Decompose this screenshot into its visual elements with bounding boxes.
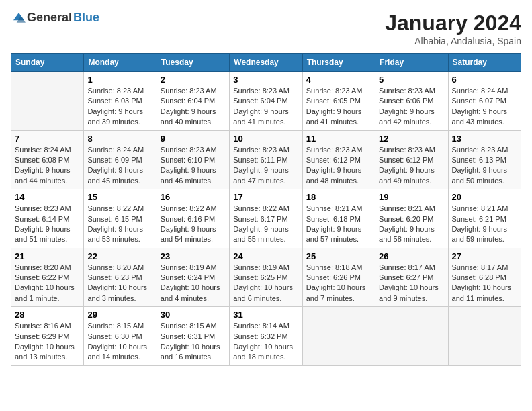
day-info: Sunrise: 8:20 AM Sunset: 6:23 PM Dayligh… <box>87 263 152 304</box>
day-number: 30 <box>161 310 226 320</box>
day-info: Sunrise: 8:19 AM Sunset: 6:25 PM Dayligh… <box>233 263 298 304</box>
calendar-cell: 14Sunrise: 8:23 AM Sunset: 6:14 PM Dayli… <box>11 189 84 248</box>
calendar-cell: 28Sunrise: 8:16 AM Sunset: 6:29 PM Dayli… <box>11 307 84 366</box>
day-number: 1 <box>87 75 152 85</box>
day-number: 21 <box>15 251 80 261</box>
day-number: 13 <box>452 134 517 144</box>
logo-icon <box>12 11 26 25</box>
day-info: Sunrise: 8:16 AM Sunset: 6:29 PM Dayligh… <box>15 321 80 363</box>
day-info: Sunrise: 8:23 AM Sunset: 6:12 PM Dayligh… <box>306 145 371 187</box>
day-number: 5 <box>379 75 444 85</box>
logo-blue: Blue <box>73 11 99 25</box>
day-info: Sunrise: 8:22 AM Sunset: 6:17 PM Dayligh… <box>233 203 298 245</box>
day-info: Sunrise: 8:19 AM Sunset: 6:24 PM Dayligh… <box>161 263 226 304</box>
day-header: Friday <box>375 54 448 72</box>
calendar-cell: 31Sunrise: 8:14 AM Sunset: 6:32 PM Dayli… <box>230 307 302 366</box>
day-info: Sunrise: 8:24 AM Sunset: 6:07 PM Dayligh… <box>452 86 517 128</box>
calendar-cell: 15Sunrise: 8:22 AM Sunset: 6:15 PM Dayli… <box>84 189 157 248</box>
calendar-cell <box>302 307 375 366</box>
calendar-cell: 16Sunrise: 8:22 AM Sunset: 6:16 PM Dayli… <box>157 189 229 248</box>
calendar-table: SundayMondayTuesdayWednesdayThursdayFrid… <box>11 53 521 366</box>
day-number: 25 <box>306 251 371 261</box>
day-number: 14 <box>15 192 80 202</box>
day-info: Sunrise: 8:23 AM Sunset: 6:12 PM Dayligh… <box>379 145 444 187</box>
calendar-cell: 6Sunrise: 8:24 AM Sunset: 6:07 PM Daylig… <box>448 72 521 131</box>
day-header: Sunday <box>11 54 84 72</box>
calendar-cell: 1Sunrise: 8:23 AM Sunset: 6:03 PM Daylig… <box>84 72 157 131</box>
day-number: 26 <box>379 251 444 261</box>
calendar-cell <box>375 307 448 366</box>
calendar-cell <box>448 307 521 366</box>
day-number: 18 <box>306 192 371 202</box>
day-info: Sunrise: 8:24 AM Sunset: 6:08 PM Dayligh… <box>15 145 80 187</box>
day-number: 22 <box>87 251 152 261</box>
day-info: Sunrise: 8:21 AM Sunset: 6:18 PM Dayligh… <box>306 203 371 245</box>
day-number: 27 <box>452 251 517 261</box>
day-number: 9 <box>161 134 226 144</box>
day-header: Saturday <box>448 54 521 72</box>
logo: General Blue <box>11 11 99 25</box>
day-info: Sunrise: 8:21 AM Sunset: 6:20 PM Dayligh… <box>379 203 444 245</box>
day-number: 23 <box>161 251 226 261</box>
day-info: Sunrise: 8:20 AM Sunset: 6:22 PM Dayligh… <box>15 263 80 304</box>
calendar-cell: 11Sunrise: 8:23 AM Sunset: 6:12 PM Dayli… <box>302 130 375 189</box>
day-number: 7 <box>15 134 80 144</box>
calendar-week-row: 7Sunrise: 8:24 AM Sunset: 6:08 PM Daylig… <box>11 130 521 189</box>
calendar-cell: 2Sunrise: 8:23 AM Sunset: 6:04 PM Daylig… <box>157 72 229 131</box>
calendar-cell: 4Sunrise: 8:23 AM Sunset: 6:05 PM Daylig… <box>302 72 375 131</box>
day-info: Sunrise: 8:17 AM Sunset: 6:27 PM Dayligh… <box>379 263 444 304</box>
day-info: Sunrise: 8:23 AM Sunset: 6:04 PM Dayligh… <box>233 86 298 128</box>
day-header: Monday <box>84 54 157 72</box>
day-number: 19 <box>379 192 444 202</box>
day-info: Sunrise: 8:22 AM Sunset: 6:15 PM Dayligh… <box>87 203 152 245</box>
page-header: General Blue January 2024 Alhabia, Andal… <box>11 11 521 46</box>
calendar-cell: 24Sunrise: 8:19 AM Sunset: 6:25 PM Dayli… <box>230 248 302 307</box>
calendar-cell: 3Sunrise: 8:23 AM Sunset: 6:04 PM Daylig… <box>230 72 302 131</box>
day-number: 3 <box>233 75 298 85</box>
calendar-cell: 12Sunrise: 8:23 AM Sunset: 6:12 PM Dayli… <box>375 130 448 189</box>
calendar-cell: 18Sunrise: 8:21 AM Sunset: 6:18 PM Dayli… <box>302 189 375 248</box>
day-info: Sunrise: 8:15 AM Sunset: 6:31 PM Dayligh… <box>161 321 226 363</box>
logo-general: General <box>27 11 72 25</box>
day-info: Sunrise: 8:23 AM Sunset: 6:03 PM Dayligh… <box>87 86 152 128</box>
day-number: 28 <box>15 310 80 320</box>
calendar-cell: 8Sunrise: 8:24 AM Sunset: 6:09 PM Daylig… <box>84 130 157 189</box>
calendar-cell <box>11 72 84 131</box>
calendar-header-row: SundayMondayTuesdayWednesdayThursdayFrid… <box>11 54 521 72</box>
day-header: Thursday <box>302 54 375 72</box>
day-header: Tuesday <box>157 54 229 72</box>
day-info: Sunrise: 8:24 AM Sunset: 6:09 PM Dayligh… <box>87 145 152 187</box>
title-block: January 2024 Alhabia, Andalusia, Spain <box>385 11 521 46</box>
calendar-cell: 22Sunrise: 8:20 AM Sunset: 6:23 PM Dayli… <box>84 248 157 307</box>
day-number: 12 <box>379 134 444 144</box>
calendar-cell: 13Sunrise: 8:23 AM Sunset: 6:13 PM Dayli… <box>448 130 521 189</box>
calendar-cell: 10Sunrise: 8:23 AM Sunset: 6:11 PM Dayli… <box>230 130 302 189</box>
calendar-cell: 9Sunrise: 8:23 AM Sunset: 6:10 PM Daylig… <box>157 130 229 189</box>
calendar-cell: 30Sunrise: 8:15 AM Sunset: 6:31 PM Dayli… <box>157 307 229 366</box>
calendar-cell: 20Sunrise: 8:21 AM Sunset: 6:21 PM Dayli… <box>448 189 521 248</box>
day-info: Sunrise: 8:14 AM Sunset: 6:32 PM Dayligh… <box>233 321 298 363</box>
calendar-week-row: 14Sunrise: 8:23 AM Sunset: 6:14 PM Dayli… <box>11 189 521 248</box>
day-number: 16 <box>161 192 226 202</box>
day-info: Sunrise: 8:23 AM Sunset: 6:13 PM Dayligh… <box>452 145 517 187</box>
calendar-cell: 23Sunrise: 8:19 AM Sunset: 6:24 PM Dayli… <box>157 248 229 307</box>
day-number: 20 <box>452 192 517 202</box>
day-info: Sunrise: 8:22 AM Sunset: 6:16 PM Dayligh… <box>161 203 226 245</box>
day-number: 8 <box>87 134 152 144</box>
day-number: 2 <box>161 75 226 85</box>
calendar-cell: 19Sunrise: 8:21 AM Sunset: 6:20 PM Dayli… <box>375 189 448 248</box>
calendar-cell: 5Sunrise: 8:23 AM Sunset: 6:06 PM Daylig… <box>375 72 448 131</box>
day-info: Sunrise: 8:21 AM Sunset: 6:21 PM Dayligh… <box>452 203 517 245</box>
calendar-cell: 27Sunrise: 8:17 AM Sunset: 6:28 PM Dayli… <box>448 248 521 307</box>
day-number: 24 <box>233 251 298 261</box>
calendar-week-row: 1Sunrise: 8:23 AM Sunset: 6:03 PM Daylig… <box>11 72 521 131</box>
page-title: January 2024 <box>385 11 521 36</box>
day-info: Sunrise: 8:23 AM Sunset: 6:04 PM Dayligh… <box>161 86 226 128</box>
day-header: Wednesday <box>230 54 302 72</box>
calendar-cell: 7Sunrise: 8:24 AM Sunset: 6:08 PM Daylig… <box>11 130 84 189</box>
day-info: Sunrise: 8:18 AM Sunset: 6:26 PM Dayligh… <box>306 263 371 304</box>
calendar-week-row: 28Sunrise: 8:16 AM Sunset: 6:29 PM Dayli… <box>11 307 521 366</box>
day-info: Sunrise: 8:23 AM Sunset: 6:11 PM Dayligh… <box>233 145 298 187</box>
page-subtitle: Alhabia, Andalusia, Spain <box>385 36 521 46</box>
day-info: Sunrise: 8:17 AM Sunset: 6:28 PM Dayligh… <box>452 263 517 304</box>
